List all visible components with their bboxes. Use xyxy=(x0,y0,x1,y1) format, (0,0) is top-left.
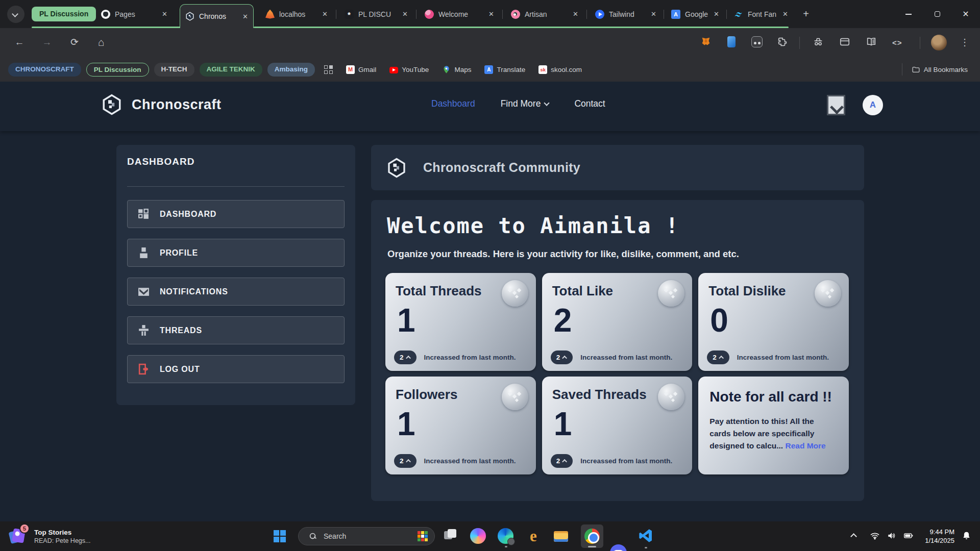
running-indicator xyxy=(645,547,647,548)
chrome-button-active[interactable] xyxy=(581,524,603,548)
blue-extension-icon[interactable] xyxy=(727,36,736,47)
copilot-button[interactable] xyxy=(470,528,486,544)
edge-button[interactable] xyxy=(498,528,513,544)
tab-pl-discussion[interactable]: * PL DISCU ✕ xyxy=(339,0,413,28)
maximize-button[interactable] xyxy=(923,0,951,28)
bookmark-translate[interactable]: A Translate xyxy=(480,65,529,74)
bookmark-maps[interactable]: Maps xyxy=(438,65,475,74)
sidebar-item-threads[interactable]: THREADS xyxy=(127,316,345,344)
incognito-icon[interactable] xyxy=(813,36,824,49)
sparkle-button[interactable] xyxy=(658,384,684,410)
stat-badge[interactable]: 2 xyxy=(551,350,573,364)
stat-badge[interactable]: 2 xyxy=(394,454,416,468)
tab-localhost[interactable]: localhos ✕ xyxy=(260,0,333,28)
bookmark-youtube[interactable]: YouTube xyxy=(385,66,433,73)
nav-dashboard[interactable]: Dashboard xyxy=(431,98,475,109)
tab-close-icon[interactable]: ✕ xyxy=(402,10,408,18)
stat-badge[interactable]: 2 xyxy=(394,350,416,364)
dribbble-icon xyxy=(425,10,434,19)
bookmark-gmail[interactable]: M Gmail xyxy=(342,65,380,74)
metamask-icon[interactable] xyxy=(700,36,712,47)
home-button[interactable]: ⌂ xyxy=(94,35,108,49)
bookmark-group-ambasing[interactable]: Ambasing xyxy=(267,63,315,77)
bookmark-group-agile-teknik[interactable]: AGILE TEKNIK xyxy=(200,63,262,77)
tray-chevron-icon[interactable] xyxy=(850,533,857,540)
tab-close-icon[interactable]: ✕ xyxy=(714,10,719,18)
sidebar-item-profile[interactable]: PROFILE xyxy=(127,239,345,267)
sidebar-item-logout[interactable]: LOG OUT xyxy=(127,355,345,383)
tailwind-icon xyxy=(734,10,743,19)
site-brand[interactable]: Chronoscraft xyxy=(101,94,222,115)
tab-close-icon[interactable]: ✕ xyxy=(651,10,656,18)
bookmark-skool[interactable]: sk skool.com xyxy=(534,65,586,74)
tab-close-icon[interactable]: ✕ xyxy=(573,10,578,18)
tab-font-family[interactable]: Font Fan ✕ xyxy=(729,0,793,28)
sparkle-button[interactable] xyxy=(658,280,684,307)
taskbar-search[interactable]: Search xyxy=(298,527,435,545)
tab-chronos-active[interactable]: Chronos ✕ xyxy=(180,4,254,28)
github-icon xyxy=(101,10,110,19)
nav-contact[interactable]: Contact xyxy=(574,98,605,109)
extensions-puzzle-icon[interactable] xyxy=(777,36,788,47)
file-explorer-button[interactable] xyxy=(552,528,570,545)
nav-find-more[interactable]: Find More xyxy=(501,98,549,109)
window-close-button[interactable]: ✕ xyxy=(951,0,980,28)
sidebar-item-dashboard[interactable]: DASHBOARD xyxy=(127,200,345,228)
browser-menu-icon[interactable]: ⋮ xyxy=(960,35,970,49)
caret-up-icon xyxy=(562,356,567,361)
tab-artisan[interactable]: Artisan ✕ xyxy=(506,0,583,28)
bookmark-group-h-tech[interactable]: H-TECH xyxy=(154,63,194,77)
octopus-icon xyxy=(511,10,520,19)
start-button[interactable] xyxy=(274,530,286,543)
sparkle-button[interactable] xyxy=(815,280,841,307)
wifi-icon[interactable] xyxy=(870,531,880,541)
robot-extension-icon[interactable] xyxy=(751,36,763,47)
all-bookmarks-button[interactable]: All Bookmarks xyxy=(908,65,972,74)
notification-bell-icon[interactable] xyxy=(961,531,972,543)
reload-button[interactable]: ⟳ xyxy=(67,35,82,49)
sparkle-button[interactable] xyxy=(502,280,528,307)
wallet-icon[interactable] xyxy=(839,36,850,49)
discord-button[interactable] xyxy=(610,544,627,551)
reading-list-icon[interactable] xyxy=(866,36,877,49)
minimize-button[interactable] xyxy=(894,0,923,28)
tab-close-icon[interactable]: ✕ xyxy=(162,10,167,18)
sidebar-item-notifications[interactable]: NOTIFICATIONS xyxy=(127,278,345,306)
stat-badge[interactable]: 2 xyxy=(707,350,729,364)
read-more-link[interactable]: Read More xyxy=(785,441,825,450)
tab-welcome[interactable]: Welcome ✕ xyxy=(420,0,499,28)
forward-button[interactable]: → xyxy=(40,35,54,49)
tab-tailwind[interactable]: Tailwind ✕ xyxy=(590,0,662,28)
sparkle-button[interactable] xyxy=(502,384,528,410)
task-view-button[interactable] xyxy=(442,528,459,545)
tab-close-icon[interactable]: ✕ xyxy=(488,10,494,18)
devtools-code-icon[interactable]: <> xyxy=(892,37,902,48)
tab-group-label[interactable]: PL Discussion xyxy=(32,7,96,21)
toolbar-divider xyxy=(920,37,920,49)
caret-up-icon xyxy=(406,459,411,464)
new-tab-button[interactable]: + xyxy=(799,7,813,21)
tab-search-chevron-button[interactable] xyxy=(7,6,24,23)
stat-badge[interactable]: 2 xyxy=(551,454,573,468)
toolbar-shortcut-icons: <> xyxy=(813,36,902,49)
tab-separator xyxy=(502,10,503,19)
browser-profile-avatar[interactable] xyxy=(931,35,947,51)
bookmark-group-chronoscraft[interactable]: CHRONOSCRAFT xyxy=(8,63,81,77)
clock[interactable]: 9:44 PM 1/14/2025 xyxy=(925,528,954,545)
back-button[interactable]: ← xyxy=(12,35,27,49)
mail-icon[interactable] xyxy=(827,95,845,115)
user-avatar[interactable]: A xyxy=(863,95,883,115)
vscode-button[interactable] xyxy=(638,528,655,545)
news-widget[interactable]: 5 Top Stories READ: Pete Hegs... xyxy=(7,525,90,547)
tab-close-icon[interactable]: ✕ xyxy=(782,10,788,18)
internet-explorer-button[interactable]: e xyxy=(525,528,542,545)
tab-pages[interactable]: Pages ✕ xyxy=(96,0,173,28)
apps-grid-icon[interactable] xyxy=(324,65,333,74)
bookmark-group-pl-discussion[interactable]: PL Discussion xyxy=(86,63,149,77)
skool-icon: sk xyxy=(538,65,547,74)
tab-google[interactable]: A Google ✕ xyxy=(666,0,724,28)
tab-close-icon[interactable]: ✕ xyxy=(242,13,248,20)
battery-icon[interactable] xyxy=(903,531,914,541)
volume-icon[interactable] xyxy=(887,531,897,541)
tab-close-icon[interactable]: ✕ xyxy=(322,10,328,18)
